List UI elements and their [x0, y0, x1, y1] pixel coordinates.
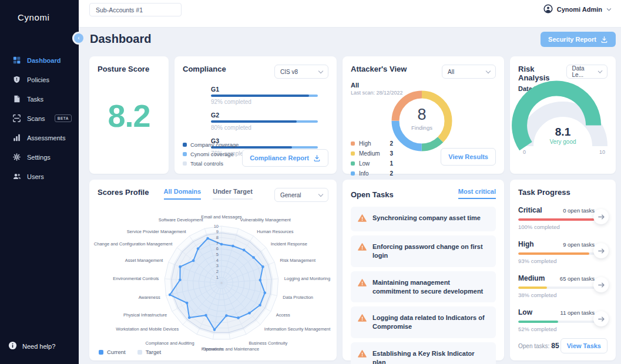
radar-legend-item: Current — [99, 349, 126, 355]
svg-text:Awareness: Awareness — [139, 295, 160, 300]
svg-text:Software Development: Software Development — [159, 217, 204, 223]
svg-text:Change and Configuration Manag: Change and Configuration Management — [94, 241, 173, 247]
info-icon — [8, 341, 17, 351]
svg-text:10: 10 — [214, 224, 219, 229]
download-icon — [600, 36, 608, 43]
attackers-view-filter-select[interactable]: All — [442, 65, 496, 79]
scores-profile-title: Scores Profile — [98, 188, 149, 197]
arrow-right-button[interactable] — [593, 277, 609, 292]
cynomi-logo: Cynomi — [0, 0, 79, 22]
posture-score-title: Posture Score — [98, 65, 160, 73]
sidebar-collapse-toggle[interactable]: ‹ — [74, 33, 83, 43]
progress-bar — [518, 321, 595, 323]
svg-text:5: 5 — [216, 252, 219, 257]
scores-domain-select[interactable]: General — [274, 188, 328, 202]
scores-profile-card: Scores Profile All DomainsUnder Target G… — [89, 180, 337, 360]
risk-analysis-card: Risk Analysis Data Le... Data Leak 8.1 V… — [510, 56, 616, 174]
svg-text:1: 1 — [216, 275, 219, 280]
warning-icon — [358, 314, 367, 324]
svg-text:6: 6 — [216, 246, 219, 251]
compliance-title: Compliance — [183, 65, 226, 73]
scores-radar-chart: 12345678910Email and MessagesVulnerabili… — [89, 203, 337, 352]
tab-under-target[interactable]: Under Target — [213, 188, 253, 200]
svg-text:Risk Management: Risk Management — [280, 258, 316, 263]
view-results-button[interactable]: View Results — [441, 148, 496, 166]
sidebar-item-settings[interactable]: Settings — [0, 147, 79, 167]
svg-text:Human Resources: Human Resources — [257, 229, 293, 234]
sidebar-item-scans[interactable]: ScansBETA — [0, 109, 79, 128]
sidebar-item-label: Dashboard — [27, 57, 61, 64]
severity-legend-item: Info2 — [351, 170, 393, 177]
main-content: Dashboard Security Report Posture Score … — [79, 28, 621, 364]
task-progress-row-low: Low11 open tasks52% completed — [518, 308, 607, 332]
sidebar-item-label: Assessments — [27, 134, 65, 141]
open-tasks-total-label: Open tasks: — [518, 343, 549, 349]
compliance-group-g1: G192% completed — [211, 86, 318, 105]
arrow-right-button[interactable] — [593, 209, 609, 224]
svg-text:Business Continuity: Business Continuity — [249, 341, 287, 346]
scores-tabs: All DomainsUnder Target — [164, 188, 253, 200]
svg-text:Service Provider Management: Service Provider Management — [127, 229, 187, 234]
svg-text:Passwords: Passwords — [202, 346, 223, 352]
sub-account-selector[interactable]: Sub-Accounts #1 — [89, 3, 182, 16]
severity-legend: High2Medium3Low1Info2 — [351, 140, 393, 180]
progress-bar — [518, 252, 595, 255]
sidebar-item-label: Users — [27, 173, 44, 180]
posture-score-card: Posture Score 8.2 — [89, 56, 169, 174]
sidebar-item-users[interactable]: Users — [0, 167, 79, 186]
svg-text:8: 8 — [216, 235, 219, 240]
warning-icon — [358, 278, 367, 289]
need-help-label: Need help? — [22, 343, 55, 350]
svg-text:Physical Infrastructure: Physical Infrastructure — [123, 312, 167, 318]
task-progress-rows: Critical0 open tasks100% completedHigh9 … — [518, 206, 607, 332]
scan-icon — [13, 114, 21, 123]
warning-icon — [358, 214, 367, 224]
avatar-icon — [543, 4, 553, 15]
sidebar-item-label: Tasks — [27, 96, 43, 103]
need-help-link[interactable]: Need help? — [8, 341, 55, 351]
progress-bar — [518, 287, 595, 289]
sidebar-item-tasks[interactable]: Tasks — [0, 89, 79, 109]
open-task-item[interactable]: Enforcing password change on first login — [351, 235, 496, 267]
shield-icon — [13, 76, 21, 84]
compliance-framework-select[interactable]: CIS v8 — [274, 65, 328, 79]
svg-text:Environmental Controls: Environmental Controls — [113, 276, 159, 281]
risk-rating-label: Very good — [510, 139, 616, 145]
open-task-item[interactable]: Establishing a Key Risk Indicator plan — [351, 342, 496, 364]
open-task-item[interactable]: Maintaining management commitment to sec… — [351, 271, 496, 303]
svg-text:Logging and Monitoring: Logging and Monitoring — [284, 276, 330, 281]
most-critical-tab[interactable]: Most critical — [458, 188, 496, 199]
arrow-right-button[interactable] — [593, 311, 609, 326]
compliance-progress-bar — [211, 95, 318, 97]
compliance-legend: Company coverageCynomi coverageTotal con… — [183, 139, 239, 167]
view-tasks-button[interactable]: View Tasks — [560, 338, 607, 353]
topbar: Sub-Accounts #1 Cynomi Admin — [79, 0, 621, 28]
progress-bar — [518, 218, 595, 221]
svg-text:4: 4 — [216, 258, 219, 263]
arrow-right-button[interactable] — [593, 243, 609, 258]
user-menu[interactable]: Cynomi Admin — [543, 4, 612, 15]
svg-text:7: 7 — [216, 241, 219, 246]
sidebar-item-label: Policies — [27, 76, 49, 83]
compliance-report-button[interactable]: Compliance Report — [242, 149, 328, 167]
tab-all-domains[interactable]: All Domains — [164, 188, 202, 200]
sidebar-item-label: Scans — [27, 115, 45, 122]
app-root: Cynomi DashboardPoliciesTasksScansBETAAs… — [0, 0, 621, 364]
compliance-card: Compliance CIS v8 G192% completedG280% c… — [174, 56, 337, 174]
sidebar-item-dashboard[interactable]: Dashboard — [0, 50, 79, 70]
gear-icon — [13, 153, 21, 161]
sidebar-item-policies[interactable]: Policies — [0, 70, 79, 89]
sub-account-value: Sub-Accounts #1 — [96, 6, 143, 14]
open-task-item[interactable]: Logging data related to Indicators of Co… — [351, 306, 496, 338]
radar-legend: CurrentTarget — [99, 349, 161, 355]
findings-label: Findings — [388, 124, 456, 131]
security-report-button[interactable]: Security Report — [541, 32, 616, 47]
open-task-item[interactable]: Synchronizing company asset time — [351, 207, 496, 231]
svg-text:Email and Messages: Email and Messages — [201, 214, 242, 220]
warning-icon — [358, 242, 367, 253]
svg-text:Data Protection: Data Protection — [283, 295, 313, 300]
open-tasks-title: Open Tasks — [351, 190, 394, 199]
compliance-group-g2: G280% completed — [211, 112, 318, 131]
findings-total: 8 — [388, 106, 456, 124]
sidebar-item-assessments[interactable]: Assessments — [0, 128, 79, 147]
